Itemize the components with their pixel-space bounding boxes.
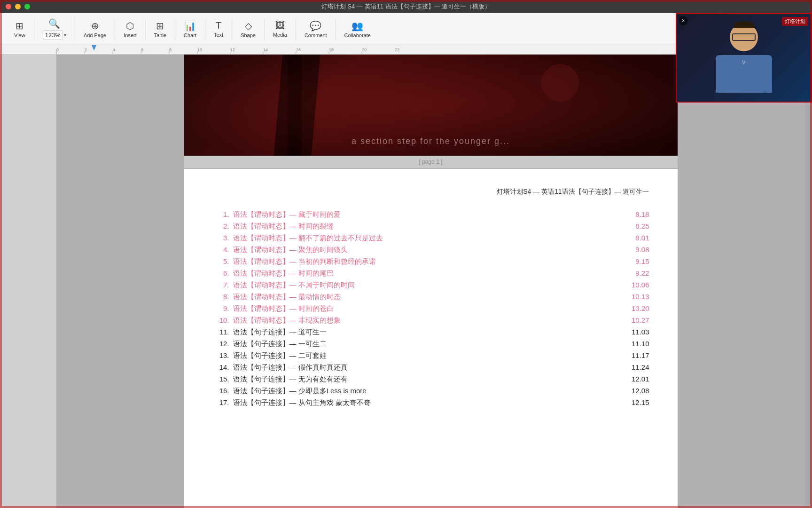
add-page-label: Add Page	[84, 32, 106, 38]
toc-number: 1.	[212, 210, 229, 218]
toc-number: 16.	[212, 387, 229, 395]
toc-date: 9.08	[621, 246, 649, 254]
collaborate-button[interactable]: 👥 Collaborate	[340, 18, 375, 40]
document-area[interactable]: a section step for the younger g... [ pa…	[56, 55, 805, 508]
view-button[interactable]: ⊞ View	[9, 18, 30, 40]
close-button[interactable]	[6, 4, 11, 9]
toc-number: 12.	[212, 340, 229, 348]
insert-icon: ⬡	[126, 20, 134, 32]
zoom-button[interactable]: 🔍 123% ▾	[38, 16, 71, 42]
toc-text: 语法【谓动时态】— 非现实的想象	[233, 316, 617, 325]
toc-item: 4.语法【谓动时态】— 聚焦的时间镜头9.08	[212, 246, 649, 254]
svg-text:4: 4	[113, 48, 115, 53]
toc-text: 语法【句子连接】— 从句主角戏 蒙太奇不奇	[233, 398, 617, 407]
comment-label: Comment	[304, 32, 327, 38]
toc-text: 语法【句子连接】— 一可生二	[233, 340, 617, 349]
toc-item: 9.语法【谓动时态】— 时间的苍白10.20	[212, 304, 649, 313]
comment-button[interactable]: 💬 Comment	[300, 18, 332, 40]
toc-item: 5.语法【谓动时态】— 当初的判断和曾经的承诺9.15	[212, 257, 649, 266]
main-area: a section step for the younger g... [ pa…	[0, 55, 812, 508]
toc-text: 语法【句子连接】— 无为有处有还有	[233, 375, 617, 384]
toc-date: 11.03	[621, 328, 649, 336]
zoom-chevron-icon: ▾	[64, 32, 66, 38]
toc-text: 语法【句子连接】— 少即是多Less is more	[233, 387, 617, 396]
media-button[interactable]: 🖼 Media	[268, 18, 292, 40]
view-label: View	[14, 32, 25, 38]
toc-number: 5.	[212, 257, 229, 265]
zoom-value[interactable]: 123%	[43, 30, 63, 40]
toolbar-group-table: ⊞ Table	[146, 18, 175, 40]
toc-item: 7.语法【谓动时态】— 不属于时间的时间10.06	[212, 281, 649, 290]
media-icon: 🖼	[275, 20, 285, 31]
toc-text: 语法【谓动时态】— 当初的判断和曾经的承诺	[233, 257, 617, 266]
add-page-button[interactable]: ⊕ Add Page	[79, 18, 111, 40]
toolbar-group-view: ⊞ View	[6, 18, 34, 40]
zoom-group: 🔍 123% ▾	[34, 16, 75, 42]
svg-text:10: 10	[197, 48, 202, 53]
toc-number: 15.	[212, 375, 229, 383]
svg-text:22: 22	[395, 48, 399, 53]
toolbar-group-chart: 📊 Chart	[175, 18, 205, 40]
maximize-button[interactable]	[24, 4, 30, 9]
chart-button[interactable]: 📊 Chart	[179, 18, 201, 40]
toc-date: 9.01	[621, 234, 649, 242]
svg-point-26	[541, 64, 579, 102]
hair	[734, 21, 754, 28]
text-label: Text	[214, 32, 223, 38]
toolbar-group-insert: ⬡ Insert	[115, 18, 146, 40]
zoom-icon: 🔍	[48, 18, 60, 29]
collaborate-icon: 👥	[351, 20, 363, 32]
video-content: ▽	[677, 14, 811, 102]
insert-button[interactable]: ⬡ Insert	[119, 18, 141, 40]
toc-item: 11.语法【句子连接】— 道可生一11.03	[212, 328, 649, 337]
toc-date: 9.22	[621, 269, 649, 277]
toolbar-group-media: 🖼 Media	[265, 18, 296, 40]
toc-number: 14.	[212, 363, 229, 371]
toc-date: 9.15	[621, 257, 649, 265]
toc-item: 12.语法【句子连接】— 一可生二11.10	[212, 340, 649, 349]
toc-date: 8.25	[621, 222, 649, 230]
chart-label: Chart	[184, 32, 196, 38]
title-bar: 灯塔计划 S4 — 英语11 语法【句子连接】— 道可生一（横版）	[0, 0, 812, 13]
video-close-button[interactable]: ×	[679, 16, 688, 25]
table-button[interactable]: ⊞ Table	[149, 18, 171, 40]
toc-item: 6.语法【谓动时态】— 时间的尾巴9.22	[212, 269, 649, 278]
add-page-icon: ⊕	[91, 20, 99, 32]
traffic-lights	[6, 4, 30, 9]
toc-text: 语法【谓动时态】— 时间的裂缝	[233, 222, 617, 231]
toc-text: 语法【谓动时态】— 时间的尾巴	[233, 269, 617, 278]
svg-text:8: 8	[169, 48, 172, 53]
toc-item: 17.语法【句子连接】— 从句主角戏 蒙太奇不奇12.15	[212, 398, 649, 407]
shape-button[interactable]: ◇ Shape	[236, 18, 260, 40]
toc-date: 8.18	[621, 210, 649, 218]
glasses	[732, 33, 756, 41]
toc-item: 14.语法【句子连接】— 假作真时真还真11.24	[212, 363, 649, 372]
page-image: a section step for the younger g...	[184, 55, 678, 156]
toolbar-group-collaborate: 👥 Collaborate	[336, 18, 379, 40]
toc-number: 17.	[212, 398, 229, 406]
toc-number: 2.	[212, 222, 229, 230]
toc-text: 语法【句子连接】— 道可生一	[233, 328, 617, 337]
toc-text: 语法【谓动时态】— 时间的苍白	[233, 304, 617, 313]
toc-item: 15.语法【句子连接】— 无为有处有还有12.01	[212, 375, 649, 384]
toc-date: 11.17	[621, 351, 649, 359]
svg-text:12: 12	[230, 48, 235, 53]
minimize-button[interactable]	[15, 4, 21, 9]
text-icon: T	[216, 20, 221, 31]
toc-list: 1.语法【谓动时态】— 藏于时间的爱8.182.语法【谓动时态】— 时间的裂缝8…	[212, 210, 649, 407]
person-head	[730, 23, 758, 51]
toc-number: 3.	[212, 234, 229, 242]
toc-date: 10.06	[621, 281, 649, 289]
page-1-indicator: [ page 1 ]	[184, 156, 678, 168]
shape-icon: ◇	[245, 20, 252, 32]
text-button[interactable]: T Text	[209, 18, 228, 40]
toc-number: 7.	[212, 281, 229, 289]
shape-label: Shape	[241, 32, 256, 38]
toc-number: 8.	[212, 293, 229, 301]
insert-label: Insert	[124, 32, 137, 38]
person-body: ▽	[716, 55, 772, 93]
view-icon: ⊞	[16, 20, 23, 32]
scrollbar[interactable]	[805, 55, 812, 508]
toc-item: 3.语法【谓动时态】— 翻不了篇的过去不只是过去9.01	[212, 234, 649, 243]
toc-date: 10.20	[621, 304, 649, 312]
